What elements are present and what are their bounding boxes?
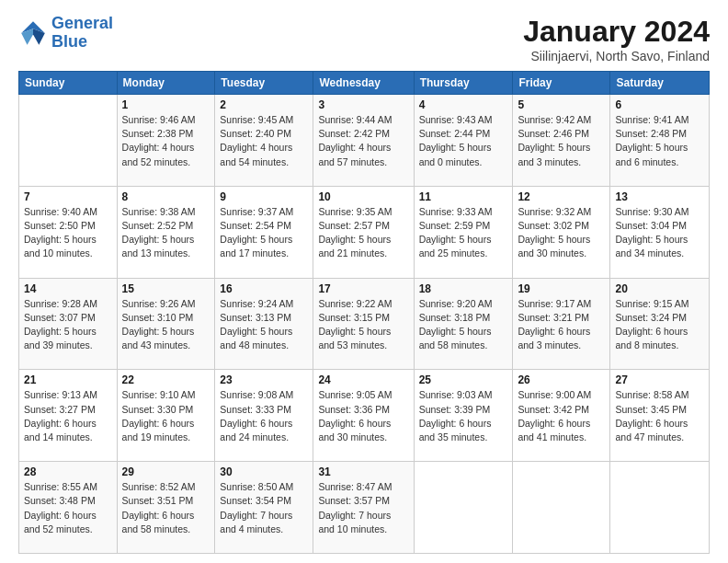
- day-info: Sunrise: 9:44 AM Sunset: 2:42 PM Dayligh…: [318, 113, 408, 169]
- main-title: January 2024: [523, 15, 710, 49]
- calendar-cell: 17Sunrise: 9:22 AM Sunset: 3:15 PM Dayli…: [313, 278, 414, 370]
- day-info: Sunrise: 9:15 AM Sunset: 3:24 PM Dayligh…: [615, 297, 704, 353]
- calendar-cell: 1Sunrise: 9:46 AM Sunset: 2:38 PM Daylig…: [117, 95, 215, 187]
- calendar-cell: 9Sunrise: 9:37 AM Sunset: 2:54 PM Daylig…: [215, 186, 313, 278]
- day-info: Sunrise: 9:30 AM Sunset: 3:04 PM Dayligh…: [615, 205, 704, 261]
- page: General Blue January 2024 Siilinjaervi, …: [0, 0, 728, 563]
- day-number: 24: [318, 373, 408, 386]
- calendar-body: 1Sunrise: 9:46 AM Sunset: 2:38 PM Daylig…: [19, 95, 710, 554]
- calendar-cell: 28Sunrise: 8:55 AM Sunset: 3:48 PM Dayli…: [19, 462, 118, 554]
- day-number: 29: [122, 465, 210, 478]
- calendar-cell: 8Sunrise: 9:38 AM Sunset: 2:52 PM Daylig…: [117, 186, 215, 278]
- day-number: 3: [318, 98, 408, 111]
- day-info: Sunrise: 9:42 AM Sunset: 2:46 PM Dayligh…: [518, 113, 605, 169]
- day-info: Sunrise: 9:35 AM Sunset: 2:57 PM Dayligh…: [318, 205, 408, 261]
- header-wednesday: Wednesday: [313, 72, 414, 95]
- day-number: 30: [220, 465, 308, 478]
- day-number: 5: [518, 98, 605, 111]
- calendar-cell: 23Sunrise: 9:08 AM Sunset: 3:33 PM Dayli…: [215, 370, 313, 462]
- calendar-cell: 18Sunrise: 9:20 AM Sunset: 3:18 PM Dayli…: [414, 278, 513, 370]
- header-friday: Friday: [513, 72, 610, 95]
- day-number: 6: [615, 98, 704, 111]
- title-block: January 2024 Siilinjaervi, North Savo, F…: [523, 15, 710, 63]
- day-info: Sunrise: 9:38 AM Sunset: 2:52 PM Dayligh…: [122, 205, 210, 261]
- calendar-cell: 30Sunrise: 8:50 AM Sunset: 3:54 PM Dayli…: [215, 462, 313, 554]
- calendar-cell: 25Sunrise: 9:03 AM Sunset: 3:39 PM Dayli…: [414, 370, 513, 462]
- day-number: 11: [419, 190, 508, 203]
- day-number: 28: [24, 465, 112, 478]
- day-info: Sunrise: 9:10 AM Sunset: 3:30 PM Dayligh…: [122, 388, 210, 444]
- calendar-cell: 11Sunrise: 9:33 AM Sunset: 2:59 PM Dayli…: [414, 186, 513, 278]
- day-number: 2: [220, 98, 308, 111]
- day-number: 26: [518, 373, 605, 386]
- day-number: 12: [518, 190, 605, 203]
- day-info: Sunrise: 9:03 AM Sunset: 3:39 PM Dayligh…: [419, 388, 508, 444]
- day-number: 31: [318, 465, 408, 478]
- calendar-cell: 2Sunrise: 9:45 AM Sunset: 2:40 PM Daylig…: [215, 95, 313, 187]
- day-info: Sunrise: 9:45 AM Sunset: 2:40 PM Dayligh…: [220, 113, 308, 169]
- day-number: 22: [122, 373, 210, 386]
- day-info: Sunrise: 9:20 AM Sunset: 3:18 PM Dayligh…: [419, 297, 508, 353]
- day-number: 19: [518, 282, 605, 295]
- day-info: Sunrise: 9:13 AM Sunset: 3:27 PM Dayligh…: [24, 388, 112, 444]
- day-number: 27: [615, 373, 704, 386]
- logo: General Blue: [18, 15, 113, 52]
- calendar-cell: [513, 462, 610, 554]
- day-info: Sunrise: 9:24 AM Sunset: 3:13 PM Dayligh…: [220, 297, 308, 353]
- calendar-cell: 26Sunrise: 9:00 AM Sunset: 3:42 PM Dayli…: [513, 370, 610, 462]
- calendar-cell: [19, 95, 118, 187]
- day-info: Sunrise: 9:26 AM Sunset: 3:10 PM Dayligh…: [122, 297, 210, 353]
- header-thursday: Thursday: [414, 72, 513, 95]
- header-sunday: Sunday: [19, 72, 118, 95]
- day-number: 21: [24, 373, 112, 386]
- day-number: 10: [318, 190, 408, 203]
- header-row: SundayMondayTuesdayWednesdayThursdayFrid…: [19, 72, 710, 95]
- header-saturday: Saturday: [610, 72, 710, 95]
- svg-marker-2: [21, 29, 33, 45]
- calendar-cell: 12Sunrise: 9:32 AM Sunset: 3:02 PM Dayli…: [513, 186, 610, 278]
- week-row-1: 7Sunrise: 9:40 AM Sunset: 2:50 PM Daylig…: [19, 186, 710, 278]
- day-info: Sunrise: 9:43 AM Sunset: 2:44 PM Dayligh…: [419, 113, 508, 169]
- day-number: 17: [318, 282, 408, 295]
- calendar-cell: 31Sunrise: 8:47 AM Sunset: 3:57 PM Dayli…: [313, 462, 414, 554]
- calendar-cell: 6Sunrise: 9:41 AM Sunset: 2:48 PM Daylig…: [610, 95, 710, 187]
- logo-text: General Blue: [51, 15, 113, 52]
- day-info: Sunrise: 9:41 AM Sunset: 2:48 PM Dayligh…: [615, 113, 704, 169]
- calendar-cell: 16Sunrise: 9:24 AM Sunset: 3:13 PM Dayli…: [215, 278, 313, 370]
- calendar-cell: 19Sunrise: 9:17 AM Sunset: 3:21 PM Dayli…: [513, 278, 610, 370]
- calendar-cell: 21Sunrise: 9:13 AM Sunset: 3:27 PM Dayli…: [19, 370, 118, 462]
- day-number: 25: [419, 373, 508, 386]
- day-number: 13: [615, 190, 704, 203]
- day-info: Sunrise: 9:08 AM Sunset: 3:33 PM Dayligh…: [220, 388, 308, 444]
- day-info: Sunrise: 9:40 AM Sunset: 2:50 PM Dayligh…: [24, 205, 112, 261]
- calendar-table: SundayMondayTuesdayWednesdayThursdayFrid…: [18, 71, 710, 554]
- logo-icon: [18, 18, 48, 48]
- header-monday: Monday: [117, 72, 215, 95]
- day-number: 7: [24, 190, 112, 203]
- day-info: Sunrise: 9:17 AM Sunset: 3:21 PM Dayligh…: [518, 297, 605, 353]
- calendar-cell: 4Sunrise: 9:43 AM Sunset: 2:44 PM Daylig…: [414, 95, 513, 187]
- day-info: Sunrise: 9:32 AM Sunset: 3:02 PM Dayligh…: [518, 205, 605, 261]
- logo-line1: General: [51, 14, 113, 32]
- calendar-cell: [414, 462, 513, 554]
- calendar-cell: 27Sunrise: 8:58 AM Sunset: 3:45 PM Dayli…: [610, 370, 710, 462]
- subtitle: Siilinjaervi, North Savo, Finland: [523, 49, 710, 63]
- calendar-cell: 20Sunrise: 9:15 AM Sunset: 3:24 PM Dayli…: [610, 278, 710, 370]
- day-info: Sunrise: 8:55 AM Sunset: 3:48 PM Dayligh…: [24, 480, 112, 536]
- calendar-cell: 13Sunrise: 9:30 AM Sunset: 3:04 PM Dayli…: [610, 186, 710, 278]
- day-info: Sunrise: 8:47 AM Sunset: 3:57 PM Dayligh…: [318, 480, 408, 536]
- day-number: 15: [122, 282, 210, 295]
- calendar-cell: 7Sunrise: 9:40 AM Sunset: 2:50 PM Daylig…: [19, 186, 118, 278]
- week-row-4: 28Sunrise: 8:55 AM Sunset: 3:48 PM Dayli…: [19, 462, 710, 554]
- calendar-cell: 22Sunrise: 9:10 AM Sunset: 3:30 PM Dayli…: [117, 370, 215, 462]
- calendar-cell: [610, 462, 710, 554]
- calendar-cell: 24Sunrise: 9:05 AM Sunset: 3:36 PM Dayli…: [313, 370, 414, 462]
- week-row-2: 14Sunrise: 9:28 AM Sunset: 3:07 PM Dayli…: [19, 278, 710, 370]
- calendar-cell: 5Sunrise: 9:42 AM Sunset: 2:46 PM Daylig…: [513, 95, 610, 187]
- day-info: Sunrise: 9:00 AM Sunset: 3:42 PM Dayligh…: [518, 388, 605, 444]
- day-info: Sunrise: 8:50 AM Sunset: 3:54 PM Dayligh…: [220, 480, 308, 536]
- day-number: 8: [122, 190, 210, 203]
- calendar-cell: 29Sunrise: 8:52 AM Sunset: 3:51 PM Dayli…: [117, 462, 215, 554]
- day-info: Sunrise: 9:46 AM Sunset: 2:38 PM Dayligh…: [122, 113, 210, 169]
- logo-line2: Blue: [51, 32, 87, 51]
